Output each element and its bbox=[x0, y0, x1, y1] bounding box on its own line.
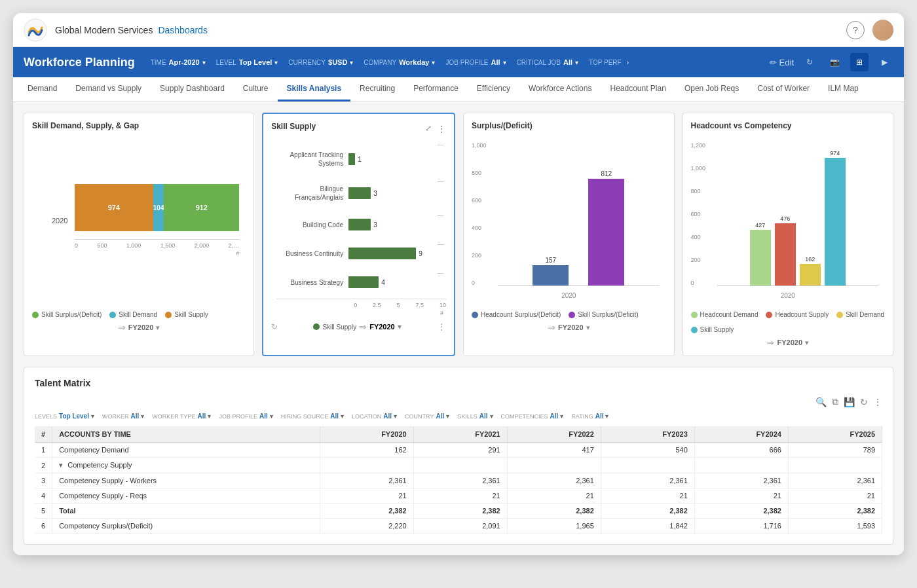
search-icon[interactable]: 🔍 bbox=[815, 397, 827, 407]
tab-cost-of-worker[interactable]: Cost of Worker bbox=[748, 77, 819, 101]
filter-company[interactable]: COMPANY Workday ▾ bbox=[364, 58, 435, 66]
legend-skill-supply-dot bbox=[165, 312, 172, 318]
header-actions: ✏ Edit ↻ 📷 ⊞ ▶ bbox=[770, 53, 893, 71]
filter-competencies[interactable]: COMPETENCIES All ▾ bbox=[501, 413, 564, 420]
filter-location[interactable]: LOCATION All ▾ bbox=[352, 413, 397, 420]
video-button[interactable]: ▶ bbox=[875, 53, 893, 71]
chart2-more-icon[interactable]: ⋮ bbox=[437, 322, 446, 332]
col-accounts: ACCOUNTS BY TIME bbox=[52, 426, 320, 443]
filter-hiring-source[interactable]: HIRING SOURCE All ▾ bbox=[281, 413, 344, 420]
screenshot-button[interactable]: 📷 bbox=[825, 53, 844, 71]
top-bar-right: ? bbox=[846, 20, 893, 41]
col-fy2023: FY2023 bbox=[601, 426, 694, 443]
tab-recruiting[interactable]: Recruiting bbox=[350, 77, 404, 101]
chart2-refresh-icon[interactable]: ↻ bbox=[271, 322, 278, 331]
table-row: 4 Competency Supply - Reqs 21 21 21 21 2… bbox=[35, 488, 882, 504]
filter-skills[interactable]: SKILLS All ▾ bbox=[457, 413, 493, 420]
chart3-y-axis: 1,000 800 600 400 200 0 bbox=[472, 142, 495, 286]
matrix-filters: LEVELS Top Level ▾ WORKER All ▾ WORKER T… bbox=[35, 413, 882, 420]
filter-worker-type[interactable]: WORKER TYPE All ▾ bbox=[152, 413, 211, 420]
chart4-footer[interactable]: ⇒ FY2020 ▾ bbox=[691, 337, 886, 348]
chart1-footer[interactable]: ⇒ FY2020 ▾ bbox=[32, 322, 246, 333]
col-fy2025: FY2025 bbox=[788, 426, 882, 443]
legend-skill-surplus-dot bbox=[32, 312, 39, 318]
ss-bar-row-1: Applicant Tracking Systems 1 bbox=[276, 151, 446, 168]
company-name: Global Modern Services bbox=[55, 25, 153, 35]
chart3-footer[interactable]: ⇒ FY2020 ▾ bbox=[472, 322, 666, 333]
tab-culture[interactable]: Culture bbox=[234, 77, 278, 101]
dashboards-link[interactable]: Dashboards bbox=[158, 25, 208, 35]
filter-rating[interactable]: RATING All ▾ bbox=[571, 413, 608, 420]
legend-skill-supply-label: Skill Supply bbox=[174, 311, 208, 318]
filter-country[interactable]: COUNTRY All ▾ bbox=[405, 413, 449, 420]
filter-criticaljob[interactable]: CRITICAL JOB All ▾ bbox=[517, 58, 578, 66]
ss-bar-row-4: Business Continuity 9 bbox=[276, 248, 446, 259]
help-icon[interactable]: ? bbox=[846, 21, 865, 39]
tab-open-job-reqs[interactable]: Open Job Reqs bbox=[675, 77, 748, 101]
col-fy2024: FY2024 bbox=[694, 426, 788, 443]
col-fy2021: FY2021 bbox=[413, 426, 507, 443]
bar-skill-demand: 104 bbox=[153, 184, 164, 231]
tab-headcount-plan[interactable]: Headcount Plan bbox=[601, 77, 675, 101]
legend-skill-demand-label: Skill Demand bbox=[119, 311, 157, 318]
page-title: Workforce Planning bbox=[24, 56, 135, 69]
table-row: 5 Total 2,382 2,382 2,382 2,382 2,382 2,… bbox=[35, 504, 882, 519]
bar-skill-supply: 974 bbox=[75, 184, 153, 231]
filter-time[interactable]: TIME Apr-2020 ▾ bbox=[151, 58, 206, 66]
bar-skill-surplus: 812 bbox=[588, 170, 624, 285]
filter-job-profile[interactable]: JOB PROFILE All ▾ bbox=[219, 413, 272, 420]
edit-button[interactable]: ✏ Edit bbox=[770, 58, 794, 67]
skill-supply-panel: Skill Supply ⤢ ⋮ — Applicant Tracking Sy… bbox=[262, 113, 455, 356]
filter-levels[interactable]: LEVELS Top Level ▾ bbox=[35, 413, 94, 420]
bar-skill-supply-hvc: 974 bbox=[825, 150, 846, 285]
legend-skill-surplus-label: Skill Surplus/(Deficit) bbox=[41, 311, 102, 318]
chart4-y-axis: 1,200 1,000 800 600 400 200 0 bbox=[691, 142, 714, 286]
menu-icon[interactable]: ⋮ bbox=[437, 124, 446, 134]
tab-ilm-map[interactable]: ILM Map bbox=[819, 77, 868, 101]
tab-workforce-actions[interactable]: Workforce Actions bbox=[519, 77, 601, 101]
chart4-area: 1,200 1,000 800 600 400 200 0 427 bbox=[691, 136, 886, 306]
tab-skills-analysis[interactable]: Skills Analysis bbox=[278, 77, 351, 101]
tab-demand-vs-supply[interactable]: Demand vs Supply bbox=[66, 77, 151, 101]
chart2-actions: ⤢ ⋮ bbox=[425, 124, 446, 134]
bar-skill-demand-hvc: 162 bbox=[800, 256, 821, 285]
refresh-button[interactable]: ↻ bbox=[800, 53, 819, 71]
tab-efficiency[interactable]: Efficiency bbox=[468, 77, 519, 101]
refresh-icon[interactable]: ↻ bbox=[860, 397, 868, 407]
filter-topperf[interactable]: TOP PERF › bbox=[589, 59, 629, 66]
tab-supply-dashboard[interactable]: Supply Dashboard bbox=[151, 77, 234, 101]
grid-view-button[interactable]: ⊞ bbox=[850, 53, 869, 71]
chart1-x-unit: # bbox=[75, 250, 239, 257]
bar-hc-demand: 427 bbox=[750, 222, 771, 285]
collapse-icon[interactable]: ▾ bbox=[59, 461, 63, 469]
ss-bar-row-5: Business Strategy 4 bbox=[276, 276, 446, 288]
bar-skill-gap: 912 bbox=[164, 184, 239, 231]
top-bar: Global Modern Services Dashboards ? bbox=[13, 13, 904, 47]
main-content: Skill Demand, Supply, & Gap 2020 974 104… bbox=[13, 102, 904, 555]
chart2-footer[interactable]: Skill Supply ⇒ FY2020 ▾ bbox=[313, 322, 401, 332]
avatar[interactable] bbox=[872, 20, 893, 41]
avatar-image bbox=[872, 20, 893, 41]
expand-icon[interactable]: ⤢ bbox=[425, 124, 432, 134]
bar-hc-supply: 476 bbox=[775, 215, 796, 285]
more-options-icon[interactable]: ⋮ bbox=[873, 397, 882, 407]
col-num: # bbox=[35, 426, 52, 443]
skill-demand-supply-gap-panel: Skill Demand, Supply, & Gap 2020 974 104… bbox=[24, 113, 254, 356]
chart1-title: Skill Demand, Supply, & Gap bbox=[32, 121, 246, 130]
chart2-title: Skill Supply bbox=[271, 122, 316, 131]
ss-bar-row-2: Bilingue Français/Anglais 3 bbox=[276, 185, 446, 202]
chart4-bars: 427 476 162 974 bbox=[717, 142, 879, 286]
filter-currency[interactable]: CURRENCY $USD ▾ bbox=[288, 58, 353, 66]
filter-jobprofile[interactable]: JOB PROFILE All ▾ bbox=[445, 58, 506, 66]
save-icon[interactable]: 💾 bbox=[844, 397, 855, 407]
headcount-competency-panel: Headcount vs Competency 1,200 1,000 800 … bbox=[683, 113, 894, 356]
tab-demand[interactable]: Demand bbox=[18, 77, 66, 101]
tab-performance[interactable]: Performance bbox=[404, 77, 468, 101]
nav-tabs: Demand Demand vs Supply Supply Dashboard… bbox=[13, 77, 904, 102]
surplus-deficit-panel: Surplus/(Deficit) 1,000 800 600 400 200 … bbox=[463, 113, 675, 356]
matrix-toolbar: 🔍 ⧉ 💾 ↻ ⋮ bbox=[35, 396, 882, 407]
filter-level[interactable]: LEVEL Top Level ▾ bbox=[216, 58, 278, 66]
copy-icon[interactable]: ⧉ bbox=[832, 396, 838, 407]
chart3-bars: 157 812 bbox=[498, 142, 660, 286]
filter-worker[interactable]: WORKER All ▾ bbox=[102, 413, 144, 420]
